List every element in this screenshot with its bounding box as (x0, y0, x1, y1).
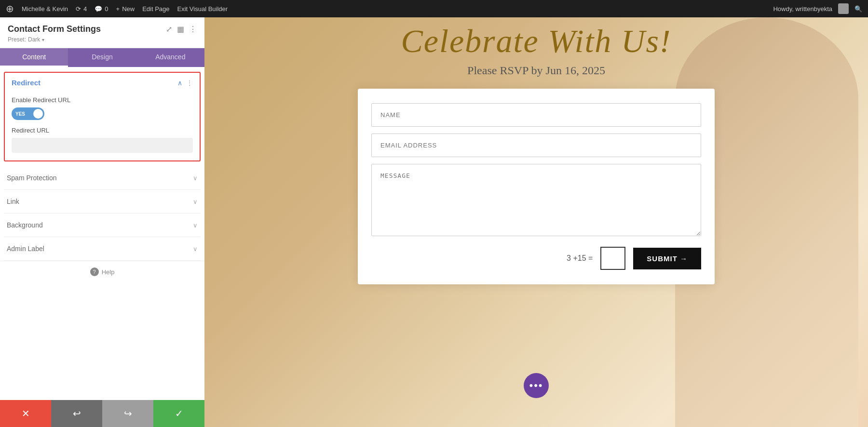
revisions-icon: ⟳ (76, 5, 81, 13)
captcha-text: 3 +15 = (567, 254, 593, 263)
panel-menu-icon[interactable]: ⋮ (189, 25, 197, 34)
main-layout: Contact Form Settings ⤢ ▦ ⋮ Preset: Dark… (0, 17, 868, 427)
page-content: Celebrate With Us! Please RSVP by Jun 16… (204, 17, 868, 427)
form-bottom-row: 3 +15 = SUBMIT → (371, 247, 701, 270)
site-name[interactable]: Michelle & Kevin (22, 5, 68, 13)
admin-bar: ⊕ Michelle & Kevin ⟳ 4 💬 0 + New Edit Pa… (0, 0, 868, 17)
admin-label-title: Admin Label (7, 245, 44, 253)
save-button[interactable]: ✓ (153, 400, 204, 427)
help-label: Help (102, 268, 115, 276)
background-header[interactable]: Background ∨ (4, 214, 201, 237)
spam-protection-section: Spam Protection ∨ (4, 166, 201, 190)
redirect-menu-icon[interactable]: ⋮ (186, 79, 193, 87)
background-title: Background (7, 221, 43, 229)
redirect-url-input[interactable] (12, 138, 193, 153)
link-chevron-icon: ∨ (193, 198, 198, 205)
spam-protection-title: Spam Protection (7, 174, 57, 182)
redirect-section: Redirect ∧ ⋮ Enable Redirect URL YES (4, 72, 201, 161)
redirect-title: Redirect (12, 79, 41, 87)
search-icon[interactable]: 🔍 (854, 5, 862, 13)
panel-header: Contact Form Settings ⤢ ▦ ⋮ Preset: Dark… (0, 17, 204, 48)
wp-logo-icon[interactable]: ⊕ (6, 3, 14, 14)
admin-label-header[interactable]: Admin Label ∨ (4, 237, 201, 260)
help-button[interactable]: ? Help (90, 267, 115, 276)
message-field[interactable] (371, 164, 701, 236)
link-title: Link (7, 198, 19, 205)
cancel-button[interactable]: ✕ (0, 400, 51, 427)
redirect-section-header[interactable]: Redirect ∧ ⋮ (5, 73, 200, 93)
avatar (838, 3, 849, 14)
undo-button[interactable]: ↩ (51, 400, 102, 427)
tab-advanced[interactable]: Advanced (136, 48, 204, 67)
redo-button[interactable]: ↪ (102, 400, 153, 427)
panel-content: Redirect ∧ ⋮ Enable Redirect URL YES (0, 67, 204, 400)
enable-redirect-toggle[interactable]: YES (12, 107, 44, 120)
redirect-body: Enable Redirect URL YES Redirect URL (5, 93, 200, 160)
comments-link[interactable]: 💬 0 (95, 5, 108, 13)
help-circle-icon: ? (90, 267, 99, 276)
redirect-chevron-icon[interactable]: ∧ (177, 79, 182, 87)
panel-footer: ? Help (0, 261, 204, 282)
celebrate-title: Celebrate With Us! (204, 22, 868, 60)
resize-icon[interactable]: ⤢ (166, 25, 172, 34)
admin-label-section: Admin Label ∨ (4, 237, 201, 261)
panel-title: Contact Form Settings (8, 24, 101, 34)
toggle-knob (33, 109, 43, 119)
link-header[interactable]: Link ∨ (4, 190, 201, 213)
preset-chevron-icon[interactable]: ▾ (42, 37, 44, 42)
redirect-url-label: Redirect URL (12, 127, 193, 134)
layout-icon[interactable]: ▦ (177, 25, 184, 34)
email-field[interactable] (371, 133, 701, 157)
spam-protection-header[interactable]: Spam Protection ∨ (4, 166, 201, 189)
captcha-input-box[interactable] (600, 247, 625, 270)
plus-icon: + (116, 5, 120, 13)
right-content: Celebrate With Us! Please RSVP by Jun 16… (204, 17, 868, 427)
tab-content[interactable]: Content (0, 48, 68, 67)
left-panel: Contact Form Settings ⤢ ▦ ⋮ Preset: Dark… (0, 17, 204, 427)
link-section: Link ∨ (4, 190, 201, 214)
background-chevron-icon: ∨ (193, 222, 198, 229)
new-button[interactable]: + New (116, 5, 135, 13)
preset-label: Preset: (8, 36, 26, 43)
dots-icon: ••• (529, 379, 543, 392)
enable-redirect-toggle-row: YES (12, 107, 193, 120)
tab-design[interactable]: Design (68, 48, 136, 67)
name-field[interactable] (371, 103, 701, 127)
panel-tabs: Content Design Advanced (0, 48, 204, 67)
form-card: 3 +15 = SUBMIT → (358, 89, 715, 284)
howdy-text: Howdy, writtenbyekta (773, 5, 832, 13)
revisions-link[interactable]: ⟳ 4 (76, 5, 87, 13)
toggle-yes-label: YES (12, 111, 25, 117)
exit-builder-link[interactable]: Exit Visual Builder (177, 5, 228, 13)
background-section: Background ∨ (4, 214, 201, 237)
comment-icon: 💬 (95, 5, 102, 13)
admin-label-chevron-icon: ∨ (193, 245, 198, 253)
spam-protection-chevron-icon: ∨ (193, 174, 198, 182)
preset-value[interactable]: Dark (28, 36, 40, 43)
rsvp-subtitle: Please RSVP by Jun 16, 2025 (467, 64, 605, 77)
floating-menu-button[interactable]: ••• (524, 373, 549, 398)
submit-button[interactable]: SUBMIT → (633, 248, 701, 269)
action-bar: ✕ ↩ ↪ ✓ (0, 400, 204, 427)
edit-page-link[interactable]: Edit Page (142, 5, 169, 13)
enable-redirect-label: Enable Redirect URL (12, 96, 193, 104)
